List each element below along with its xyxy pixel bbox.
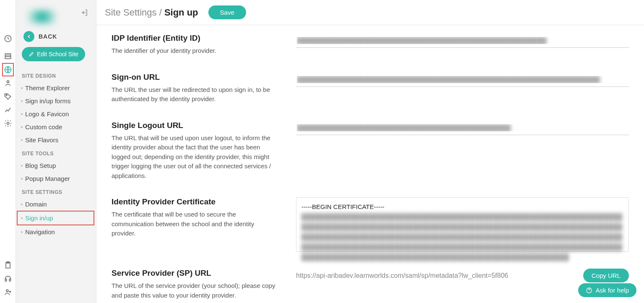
nav-site-icon[interactable]: [2, 63, 14, 76]
sidebar: BACK Edit School Site SITE DESIGN Theme …: [16, 0, 96, 303]
header: Site Settings / Sign up Save: [96, 0, 644, 25]
copy-url-button[interactable]: Copy URL: [583, 269, 629, 282]
slo-desc: The URL that will be used upon user logo…: [112, 133, 279, 181]
cert-textarea[interactable]: -----BEGIN CERTIFICATE----- ████████████…: [296, 197, 629, 252]
svg-point-4: [6, 94, 7, 96]
sidebar-item-signinup[interactable]: Sign in/up: [17, 211, 94, 225]
signon-desc: The URL the user will be redirected to u…: [112, 85, 279, 104]
question-icon: [586, 287, 592, 294]
nav-list-icon[interactable]: [2, 50, 14, 63]
icon-rail: [0, 0, 16, 303]
sidebar-item-popup-manager[interactable]: Popup Manager: [16, 172, 96, 185]
main: Site Settings / Sign up Save IDP Identif…: [96, 0, 644, 303]
section-title-settings: SITE SETTINGS: [16, 185, 96, 198]
nav-support-icon[interactable]: [2, 272, 14, 285]
idp-input[interactable]: [296, 34, 629, 48]
nav-clipboard-icon[interactable]: [2, 259, 14, 272]
nav-tag-icon[interactable]: [2, 90, 14, 103]
idp-title: IDP Identifier (Entity ID): [112, 34, 279, 43]
svg-point-3: [7, 81, 9, 83]
signon-title: Sign-on URL: [112, 73, 279, 82]
slo-input[interactable]: [296, 121, 629, 135]
breadcrumb: Site Settings / Sign up: [105, 7, 198, 18]
chevron-left-icon: [23, 31, 34, 42]
section-title-tools: SITE TOOLS: [16, 146, 96, 159]
signon-input[interactable]: [296, 73, 629, 87]
sidebar-item-blog-setup[interactable]: Blog Setup: [16, 159, 96, 172]
slo-title: Single Logout URL: [112, 121, 279, 130]
nav-dashboard-icon[interactable]: [2, 32, 14, 45]
content: IDP Identifier (Entity ID) The identifie…: [96, 25, 644, 303]
breadcrumb-parent: Site Settings /: [105, 7, 162, 18]
sidebar-item-navigation[interactable]: Navigation: [16, 225, 96, 238]
ask-help-label: Ask for help: [596, 287, 629, 294]
save-button[interactable]: Save: [208, 5, 246, 19]
back-label: BACK: [39, 33, 57, 40]
edit-school-site-button[interactable]: Edit School Site: [22, 47, 85, 61]
brand-logo: [17, 10, 67, 24]
svg-point-5: [7, 123, 9, 125]
sidebar-item-theme-explorer[interactable]: Theme Explorer: [16, 81, 96, 94]
sidebar-item-custom-code[interactable]: Custom code: [16, 120, 96, 133]
nav-refer-icon[interactable]: [2, 285, 14, 299]
logout-icon[interactable]: [78, 6, 91, 19]
cert-desc: The certificate that will be used to sec…: [112, 210, 279, 238]
back-button[interactable]: BACK: [16, 25, 96, 47]
sidebar-item-logo-favicon[interactable]: Logo & Favicon: [16, 107, 96, 120]
sp-url-value: https://api-aribadev.learnworlds.com/sam…: [296, 272, 576, 279]
sidebar-item-domain[interactable]: Domain: [16, 198, 96, 211]
cert-title: Identity Provider Certificate: [112, 197, 279, 206]
section-title-design: SITE DESIGN: [16, 69, 96, 81]
edit-button-label: Edit School Site: [37, 51, 78, 57]
nav-settings-icon[interactable]: [2, 117, 14, 130]
sp-desc: The URL of the service provider (your sc…: [112, 281, 279, 300]
idp-desc: The identifier of your identity provider…: [112, 46, 279, 56]
cert-first-line: -----BEGIN CERTIFICATE-----: [301, 202, 623, 212]
cert-body: ████████████████████████████████████████…: [301, 212, 623, 262]
sidebar-item-signinup-forms[interactable]: Sign in/up forms: [16, 94, 96, 107]
pencil-icon: [29, 51, 34, 57]
breadcrumb-current: Sign up: [164, 7, 198, 18]
nav-analytics-icon[interactable]: [2, 103, 14, 117]
svg-point-8: [6, 290, 8, 292]
sidebar-item-site-flavors[interactable]: Site Flavors: [16, 133, 96, 146]
ask-for-help-button[interactable]: Ask for help: [578, 283, 636, 297]
sp-title: Service Provider (SP) URL: [112, 269, 279, 278]
nav-users-icon[interactable]: [2, 76, 14, 90]
